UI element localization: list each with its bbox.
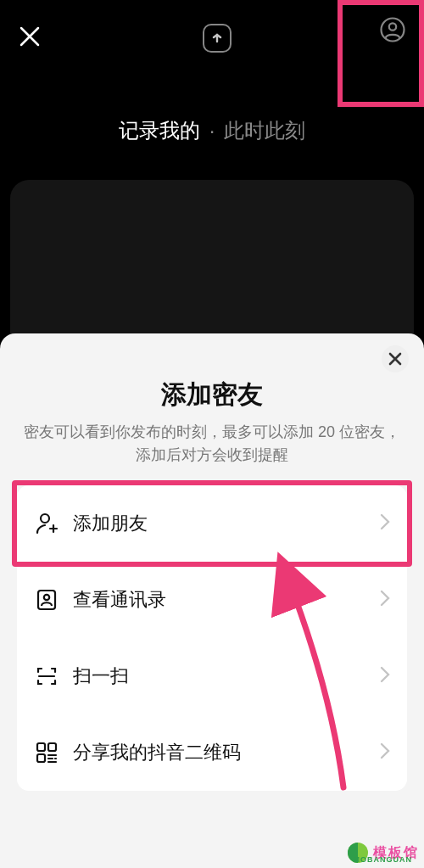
svg-rect-6	[48, 743, 56, 751]
menu-item-scan[interactable]: 扫一扫	[17, 638, 407, 714]
qr-icon	[34, 740, 68, 765]
hero-text-left: 记录我的	[119, 119, 200, 142]
watermark-subtext: MOBANGUAN	[354, 855, 413, 864]
menu-item-share-qr[interactable]: 分享我的抖音二维码	[17, 714, 407, 791]
svg-point-4	[44, 595, 49, 600]
chevron-right-icon	[380, 588, 390, 612]
svg-rect-5	[37, 743, 45, 751]
create-icon[interactable]	[203, 24, 232, 53]
menu-item-label: 查看通讯录	[73, 587, 380, 613]
sheet-subtitle: 密友可以看到你发布的时刻，最多可以添加 20 位密友，添加后对方会收到提醒	[19, 421, 405, 467]
add-friends-sheet: 添加密友 密友可以看到你发布的时刻，最多可以添加 20 位密友，添加后对方会收到…	[0, 333, 424, 868]
close-icon[interactable]	[19, 25, 41, 52]
menu-item-contacts[interactable]: 查看通讯录	[17, 562, 407, 638]
hero-text: 记录我的 · 此时此刻	[0, 117, 424, 144]
svg-point-2	[41, 514, 49, 523]
sheet-close-button[interactable]	[382, 345, 409, 372]
annotation-highlight-profile	[338, 0, 424, 107]
chevron-right-icon	[380, 741, 390, 764]
menu-item-label: 添加朋友	[73, 511, 380, 536]
menu-item-add-friend[interactable]: 添加朋友	[17, 485, 407, 562]
hero-text-separator: ·	[209, 119, 215, 142]
add-friend-icon	[34, 511, 68, 536]
contacts-icon	[34, 587, 68, 613]
sheet-menu: 添加朋友 查看通讯录	[17, 485, 407, 791]
svg-rect-7	[37, 754, 45, 762]
hero-text-right: 此时此刻	[224, 119, 305, 142]
menu-item-label: 扫一扫	[73, 664, 380, 689]
profile-icon[interactable]	[380, 17, 405, 42]
svg-point-1	[389, 23, 396, 30]
scan-icon	[34, 664, 68, 689]
sheet-title: 添加密友	[0, 378, 424, 412]
menu-item-label: 分享我的抖音二维码	[73, 740, 380, 765]
chevron-right-icon	[380, 664, 390, 688]
chevron-right-icon	[380, 512, 390, 535]
watermark: 模板馆 MOBANGUAN	[348, 843, 419, 863]
